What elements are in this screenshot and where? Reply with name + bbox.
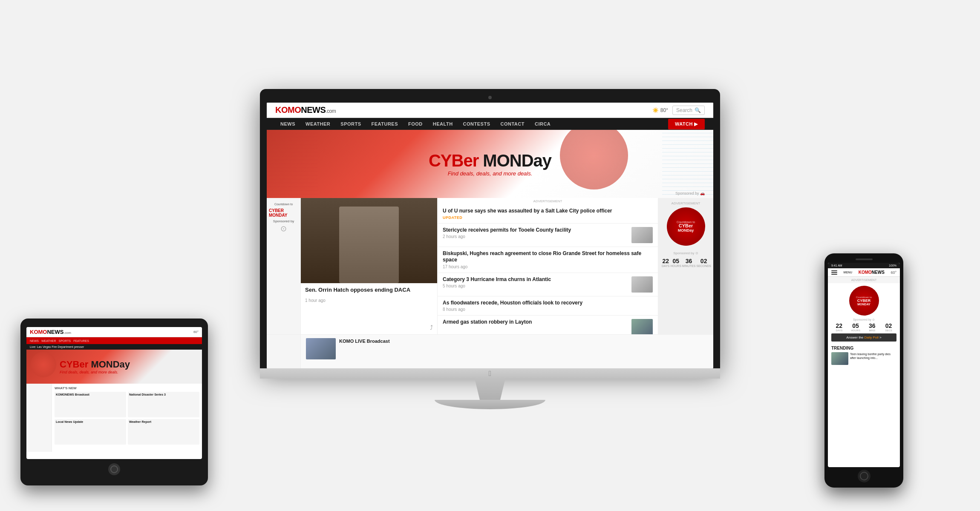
countdown-grid: 22 DAYS 05 HOURS 36 MINUTES 02 (662, 258, 710, 267)
tablet-cyber-part2: MONDay (91, 359, 130, 370)
phone-hours: 05 HOURS (848, 322, 864, 332)
story-title-3: Category 3 Hurricane Irma churns in Atla… (443, 276, 628, 283)
countdown-minutes: 36 MINUTES (682, 258, 696, 267)
phone-home-inner (860, 472, 868, 480)
tablet-main: WHAT'S NEW KOMONEWS Broadcast National D… (26, 384, 202, 452)
hero-tagline: Find deals, deals, and more deals. (429, 170, 551, 177)
phone-sponsored: Sponsored by ⊙ (828, 318, 900, 322)
tablet-nav-news[interactable]: NEWS (30, 339, 39, 342)
phone-poll-button[interactable]: Answer the Daily Poll > (831, 333, 896, 342)
tablet-card-2[interactable]: Local News Update (55, 419, 126, 445)
tablet-nav-features[interactable]: FEATURES (73, 339, 89, 342)
tablet-card-3[interactable]: Weather Report (128, 419, 199, 445)
nav-news[interactable]: NEWS (275, 118, 300, 130)
phone-countdown-monday: MONDAY (857, 303, 870, 306)
tablet-home-area (26, 462, 202, 477)
imac-camera (488, 96, 492, 99)
story-time-3: 5 hours ago (443, 284, 628, 288)
story-item-2[interactable]: Biskupski, Hughes reach agreement to clo… (438, 247, 658, 273)
nav-weather[interactable]: WEATHER (300, 118, 335, 130)
hamburger-line-3 (831, 274, 837, 275)
story-title-4: As floodwaters recede, Houston officials… (443, 300, 653, 307)
countdown-circle-monday: MONDay (678, 228, 694, 233)
phone-body: 9:41 AM 100% MENU KOMONEWS 60° ADVERTISE… (824, 253, 903, 488)
weather-temp: ☀️ 80° (652, 107, 668, 113)
right-ad-label: ADVERTISEMENT (672, 201, 700, 205)
nav-circa[interactable]: CIRCA (530, 118, 556, 130)
below-item-0[interactable]: KOMO LIVE Broadcast (306, 338, 708, 359)
imac-stand-neck (464, 379, 516, 400)
hero-circle (560, 130, 628, 189)
tablet-content: WHAT'S NEW KOMONEWS Broadcast National D… (52, 384, 202, 452)
below-main: KOMO LIVE Broadcast (301, 335, 713, 368)
nav-food[interactable]: FOOD (403, 118, 428, 130)
hamburger-line-1 (831, 270, 837, 271)
phone-speaker (856, 258, 873, 260)
imac-border: KOMONEWS.com ☀️ 80° Search 🔍 NEWS WEATHE… (260, 89, 720, 368)
hero-cyber-part: CYBer (429, 151, 478, 170)
imac-chin:  (260, 368, 720, 379)
nav-features[interactable]: FEATURES (366, 118, 403, 130)
phone-trending-thumb-0 (831, 352, 848, 365)
tablet-logo-komo: KOMO (30, 329, 47, 335)
tablet-card-title-0: KOMONEWS Broadcast (55, 392, 126, 397)
countdown-sponsored: Sponsored by ⊙ (673, 251, 698, 255)
nav-contact[interactable]: CONTACT (495, 118, 529, 130)
main-video[interactable]: Sen. Orrin Hatch opposes ending DACA 1 h… (301, 198, 437, 334)
countdown-seconds-label: SECONDS (696, 264, 711, 267)
search-box[interactable]: Search 🔍 (672, 105, 705, 115)
countdown-hours-label: HOURS (671, 264, 681, 267)
phone-menu-icon[interactable] (831, 270, 837, 275)
story-item-3[interactable]: Category 3 Hurricane Irma churns in Atla… (438, 273, 658, 296)
site-below: KOMO LIVE Broadcast (267, 334, 713, 368)
countdown-days: 22 DAYS (662, 258, 670, 267)
nav-health[interactable]: HEALTH (428, 118, 458, 130)
hero-center: CYBer MONDay Find deals, deals, and more… (429, 151, 551, 177)
phone-home-button[interactable] (858, 470, 870, 482)
phone-nav: MENU KOMONEWS 60° (828, 268, 900, 277)
video-thumbnail (301, 198, 437, 283)
hero-sponsored: Sponsored by 🚗 (675, 191, 705, 195)
countdown-minutes-num: 36 (682, 258, 696, 264)
story-item-0[interactable]: U of U nurse says she was assaulted by a… (438, 204, 658, 224)
phone-days: 22 DAYS (831, 322, 847, 332)
tablet-home-button[interactable] (108, 463, 120, 475)
story-item-5[interactable]: Armed gas station robbery in Layton (438, 316, 658, 334)
story-time-2: 17 hours ago (443, 264, 653, 269)
share-icon[interactable]: ⤴ (430, 324, 433, 331)
imac-stand-base (435, 400, 545, 409)
phone-home-area (828, 467, 900, 482)
tablet-cyber-part1: CYBer (60, 359, 88, 370)
tablet-header-right: 60° (193, 330, 199, 334)
phone-menu-label: MENU (844, 271, 853, 274)
site-logo: KOMONEWS.com (275, 105, 336, 115)
below-thumb-0 (306, 338, 336, 359)
phone-minutes-num: 36 (865, 322, 880, 329)
search-icon: 🔍 (695, 107, 701, 113)
nav-watch[interactable]: WATCH ▶ (668, 118, 705, 129)
tablet-nav-sports[interactable]: SPORTS (58, 339, 71, 342)
phone-seconds-num: 02 (881, 322, 896, 329)
story-item-1[interactable]: Stericycle receives permits for Tooele C… (438, 224, 658, 247)
story-item-4[interactable]: As floodwaters recede, Houston officials… (438, 296, 658, 316)
story-thumb-3 (631, 276, 653, 293)
countdown-circle-cyber: CYBer (679, 224, 693, 228)
nav-contests[interactable]: CONTESTS (458, 118, 496, 130)
phone-seconds: 02 SECS (881, 322, 896, 332)
logo-news: NEWS (301, 105, 326, 115)
tablet-card-0[interactable]: KOMONEWS Broadcast (55, 392, 126, 417)
tablet-nav-weather[interactable]: WEATHER (41, 339, 56, 342)
story-thumb-1 (631, 227, 653, 243)
phone-hours-label: HOURS (848, 329, 864, 332)
phone-trending-text-0: Teen leaving bonfire party dies after la… (850, 352, 896, 365)
story-badge-0: UPDATED (443, 215, 653, 220)
tablet-logo-news: NEWS (47, 329, 63, 335)
tablet-card-1[interactable]: National Disaster Series 3 (128, 392, 199, 417)
tablet-header: KOMONEWS.com 60° (26, 327, 202, 337)
phone-poll-link[interactable]: Daily Poll (865, 336, 879, 339)
hero-circuit-left (267, 130, 318, 198)
phone-trending-item-0[interactable]: Teen leaving bonfire party dies after la… (831, 352, 896, 365)
nav-sports[interactable]: SPORTS (335, 118, 366, 130)
left-ad-cyber: CYBER MONDAY (269, 208, 298, 218)
ad-label: ADVERTISEMENT (438, 198, 658, 204)
